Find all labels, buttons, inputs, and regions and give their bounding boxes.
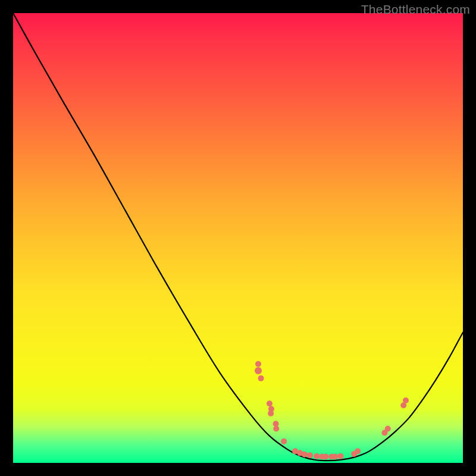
chart-marker [255,367,262,374]
chart-marker [258,375,264,381]
bottleneck-curve [13,13,463,461]
chart-marker [255,361,261,367]
watermark-text: TheBottleneck.com [361,2,470,17]
chart-marker [268,411,274,416]
chart-marker [322,453,328,459]
chart-marker [302,452,308,458]
chart-marker [314,453,320,459]
chart-marker [307,452,313,458]
chart-marker [403,397,409,403]
chart-marker [337,453,343,459]
chart-markers [255,361,409,460]
chart-marker [332,453,338,459]
chart-marker [385,426,391,432]
chart-plot-area [13,13,463,463]
chart-marker [267,400,273,406]
chart-marker [355,448,361,454]
chart-svg [13,13,463,463]
chart-marker [273,426,279,432]
chart-marker [281,439,287,444]
